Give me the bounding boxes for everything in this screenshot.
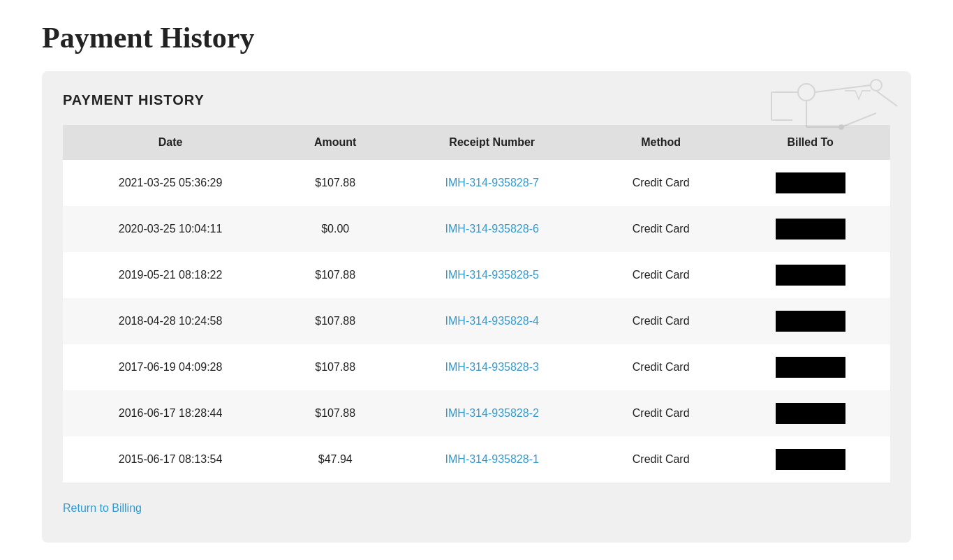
billed-to-redacted bbox=[776, 449, 845, 470]
svg-line-6 bbox=[841, 113, 876, 127]
billed-to-redacted bbox=[776, 403, 845, 424]
cell-amount: $47.94 bbox=[278, 436, 392, 482]
column-header-method: Method bbox=[591, 125, 730, 160]
receipt-link[interactable]: IMH-314-935828-4 bbox=[445, 315, 539, 327]
cell-amount: $107.88 bbox=[278, 252, 392, 298]
table-row: 2015-06-17 08:13:54$47.94IMH-314-935828-… bbox=[63, 436, 890, 482]
table-row: 2020-03-25 10:04:11$0.00IMH-314-935828-6… bbox=[63, 206, 890, 252]
cell-method: Credit Card bbox=[591, 298, 730, 344]
cell-billed-to bbox=[730, 390, 890, 436]
cell-method: Credit Card bbox=[591, 160, 730, 206]
svg-point-7 bbox=[839, 124, 844, 130]
cell-receipt: IMH-314-935828-1 bbox=[392, 436, 591, 482]
cell-amount: $107.88 bbox=[278, 344, 392, 390]
cell-receipt: IMH-314-935828-2 bbox=[392, 390, 591, 436]
table-row: 2016-06-17 18:28:44$107.88IMH-314-935828… bbox=[63, 390, 890, 436]
cell-billed-to bbox=[730, 252, 890, 298]
payment-history-table: Date Amount Receipt Number Method Billed… bbox=[63, 125, 890, 482]
cell-amount: $107.88 bbox=[278, 160, 392, 206]
return-to-billing-link[interactable]: Return to Billing bbox=[63, 502, 142, 515]
cell-date: 2016-06-17 18:28:44 bbox=[63, 390, 278, 436]
cell-method: Credit Card bbox=[591, 344, 730, 390]
cell-receipt: IMH-314-935828-6 bbox=[392, 206, 591, 252]
receipt-link[interactable]: IMH-314-935828-1 bbox=[445, 453, 539, 465]
billed-to-redacted bbox=[776, 172, 845, 193]
receipt-link[interactable]: IMH-314-935828-2 bbox=[445, 407, 539, 419]
billed-to-redacted bbox=[776, 357, 845, 378]
billed-to-redacted bbox=[776, 219, 845, 240]
table-row: 2018-04-28 10:24:58$107.88IMH-314-935828… bbox=[63, 298, 890, 344]
cell-method: Credit Card bbox=[591, 390, 730, 436]
column-header-receipt: Receipt Number bbox=[392, 125, 591, 160]
cell-date: 2018-04-28 10:24:58 bbox=[63, 298, 278, 344]
cell-date: 2015-06-17 08:13:54 bbox=[63, 436, 278, 482]
cell-billed-to bbox=[730, 206, 890, 252]
receipt-link[interactable]: IMH-314-935828-5 bbox=[445, 269, 539, 281]
cell-method: Credit Card bbox=[591, 436, 730, 482]
cell-receipt: IMH-314-935828-5 bbox=[392, 252, 591, 298]
cell-receipt: IMH-314-935828-3 bbox=[392, 344, 591, 390]
cell-billed-to bbox=[730, 344, 890, 390]
cell-receipt: IMH-314-935828-7 bbox=[392, 160, 591, 206]
svg-point-0 bbox=[798, 84, 815, 101]
receipt-link[interactable]: IMH-314-935828-6 bbox=[445, 223, 539, 235]
cell-amount: $107.88 bbox=[278, 298, 392, 344]
billed-to-redacted bbox=[776, 311, 845, 332]
svg-point-1 bbox=[871, 80, 882, 91]
column-header-date: Date bbox=[63, 125, 278, 160]
cell-date: 2020-03-25 10:04:11 bbox=[63, 206, 278, 252]
column-header-amount: Amount bbox=[278, 125, 392, 160]
table-row: 2017-06-19 04:09:28$107.88IMH-314-935828… bbox=[63, 344, 890, 390]
table-row: 2021-03-25 05:36:29$107.88IMH-314-935828… bbox=[63, 160, 890, 206]
payment-history-card: PAYMENT HISTORY Date Amount Receipt Numb… bbox=[42, 71, 911, 543]
receipt-link[interactable]: IMH-314-935828-3 bbox=[445, 361, 539, 373]
receipt-link[interactable]: IMH-314-935828-7 bbox=[445, 177, 539, 189]
page-title: Payment History bbox=[42, 21, 911, 54]
cell-billed-to bbox=[730, 436, 890, 482]
billed-to-redacted bbox=[776, 265, 845, 286]
cell-method: Credit Card bbox=[591, 252, 730, 298]
cell-date: 2017-06-19 04:09:28 bbox=[63, 344, 278, 390]
cell-billed-to bbox=[730, 298, 890, 344]
cell-amount: $0.00 bbox=[278, 206, 392, 252]
cell-amount: $107.88 bbox=[278, 390, 392, 436]
cell-billed-to bbox=[730, 160, 890, 206]
cell-date: 2019-05-21 08:18:22 bbox=[63, 252, 278, 298]
cell-date: 2021-03-25 05:36:29 bbox=[63, 160, 278, 206]
svg-line-3 bbox=[876, 91, 897, 106]
cell-method: Credit Card bbox=[591, 206, 730, 252]
circuit-decoration bbox=[737, 71, 911, 141]
cell-receipt: IMH-314-935828-4 bbox=[392, 298, 591, 344]
table-row: 2019-05-21 08:18:22$107.88IMH-314-935828… bbox=[63, 252, 890, 298]
